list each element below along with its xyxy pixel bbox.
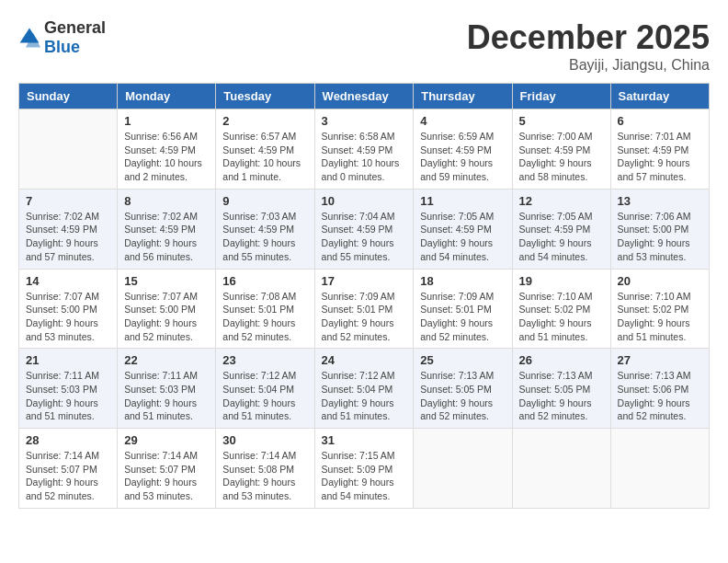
logo-text-blue: Blue xyxy=(44,38,80,56)
day-info: Sunrise: 7:14 AM Sunset: 5:07 PM Dayligh… xyxy=(26,449,110,503)
day-number: 12 xyxy=(519,194,604,208)
logo-icon xyxy=(18,27,40,49)
day-number: 29 xyxy=(124,433,209,447)
calendar-cell: 27Sunrise: 7:13 AM Sunset: 5:06 PM Dayli… xyxy=(610,349,709,429)
calendar-week-row: 28Sunrise: 7:14 AM Sunset: 5:07 PM Dayli… xyxy=(19,429,710,509)
day-header-sunday: Sunday xyxy=(19,84,118,109)
day-info: Sunrise: 6:57 AM Sunset: 4:59 PM Dayligh… xyxy=(222,130,307,184)
day-info: Sunrise: 7:15 AM Sunset: 5:09 PM Dayligh… xyxy=(322,449,407,503)
calendar-cell: 12Sunrise: 7:05 AM Sunset: 4:59 PM Dayli… xyxy=(512,189,610,269)
day-number: 11 xyxy=(420,194,505,208)
calendar-cell: 4Sunrise: 6:59 AM Sunset: 4:59 PM Daylig… xyxy=(414,109,512,190)
calendar-cell: 31Sunrise: 7:15 AM Sunset: 5:09 PM Dayli… xyxy=(314,429,414,509)
day-number: 17 xyxy=(322,274,407,288)
calendar-cell: 17Sunrise: 7:09 AM Sunset: 5:01 PM Dayli… xyxy=(314,269,414,349)
calendar-cell xyxy=(610,429,709,509)
calendar-cell: 5Sunrise: 7:00 AM Sunset: 4:59 PM Daylig… xyxy=(512,109,610,190)
calendar-cell: 26Sunrise: 7:13 AM Sunset: 5:05 PM Dayli… xyxy=(512,349,610,429)
calendar-cell: 13Sunrise: 7:06 AM Sunset: 5:00 PM Dayli… xyxy=(610,189,709,269)
day-number: 16 xyxy=(222,274,307,288)
day-number: 5 xyxy=(519,114,604,128)
calendar-cell: 21Sunrise: 7:11 AM Sunset: 5:03 PM Dayli… xyxy=(19,349,118,429)
calendar-cell: 6Sunrise: 7:01 AM Sunset: 4:59 PM Daylig… xyxy=(610,109,709,190)
calendar-cell: 16Sunrise: 7:08 AM Sunset: 5:01 PM Dayli… xyxy=(216,269,314,349)
day-header-monday: Monday xyxy=(118,84,216,109)
day-number: 15 xyxy=(124,274,209,288)
day-info: Sunrise: 7:13 AM Sunset: 5:05 PM Dayligh… xyxy=(420,369,505,423)
day-info: Sunrise: 7:04 AM Sunset: 4:59 PM Dayligh… xyxy=(322,210,407,264)
day-info: Sunrise: 7:06 AM Sunset: 5:00 PM Dayligh… xyxy=(618,210,702,264)
day-number: 13 xyxy=(618,194,702,208)
day-header-thursday: Thursday xyxy=(414,84,512,109)
calendar-cell: 30Sunrise: 7:14 AM Sunset: 5:08 PM Dayli… xyxy=(216,429,314,509)
day-number: 14 xyxy=(26,274,110,288)
day-number: 1 xyxy=(124,114,209,128)
title-area: December 2025 Bayiji, Jiangsu, China xyxy=(467,18,710,74)
day-info: Sunrise: 7:08 AM Sunset: 5:01 PM Dayligh… xyxy=(222,290,307,344)
day-header-wednesday: Wednesday xyxy=(314,84,414,109)
day-info: Sunrise: 7:13 AM Sunset: 5:06 PM Dayligh… xyxy=(618,369,702,423)
day-number: 4 xyxy=(420,114,505,128)
day-info: Sunrise: 7:11 AM Sunset: 5:03 PM Dayligh… xyxy=(124,369,209,423)
logo: General Blue xyxy=(18,18,106,57)
day-info: Sunrise: 6:58 AM Sunset: 4:59 PM Dayligh… xyxy=(322,130,407,184)
day-header-tuesday: Tuesday xyxy=(216,84,314,109)
day-number: 6 xyxy=(618,114,702,128)
calendar-cell xyxy=(512,429,610,509)
day-header-saturday: Saturday xyxy=(610,84,709,109)
calendar-cell: 23Sunrise: 7:12 AM Sunset: 5:04 PM Dayli… xyxy=(216,349,314,429)
day-info: Sunrise: 7:07 AM Sunset: 5:00 PM Dayligh… xyxy=(26,290,110,344)
calendar-cell: 25Sunrise: 7:13 AM Sunset: 5:05 PM Dayli… xyxy=(414,349,512,429)
calendar-cell: 19Sunrise: 7:10 AM Sunset: 5:02 PM Dayli… xyxy=(512,269,610,349)
day-number: 9 xyxy=(222,194,307,208)
day-number: 10 xyxy=(322,194,407,208)
day-number: 21 xyxy=(26,353,110,367)
day-info: Sunrise: 7:12 AM Sunset: 5:04 PM Dayligh… xyxy=(322,369,407,423)
logo-text-general: General xyxy=(44,18,106,37)
calendar-cell: 10Sunrise: 7:04 AM Sunset: 4:59 PM Dayli… xyxy=(314,189,414,269)
day-number: 24 xyxy=(322,353,407,367)
calendar-cell: 24Sunrise: 7:12 AM Sunset: 5:04 PM Dayli… xyxy=(314,349,414,429)
day-info: Sunrise: 7:09 AM Sunset: 5:01 PM Dayligh… xyxy=(322,290,407,344)
calendar-cell: 28Sunrise: 7:14 AM Sunset: 5:07 PM Dayli… xyxy=(19,429,118,509)
day-info: Sunrise: 7:10 AM Sunset: 5:02 PM Dayligh… xyxy=(519,290,604,344)
day-number: 2 xyxy=(222,114,307,128)
day-number: 22 xyxy=(124,353,209,367)
calendar-week-row: 14Sunrise: 7:07 AM Sunset: 5:00 PM Dayli… xyxy=(19,269,710,349)
header: General Blue December 2025 Bayiji, Jiang… xyxy=(18,18,710,74)
day-info: Sunrise: 7:13 AM Sunset: 5:05 PM Dayligh… xyxy=(519,369,604,423)
calendar-cell: 1Sunrise: 6:56 AM Sunset: 4:59 PM Daylig… xyxy=(118,109,216,190)
calendar-cell: 22Sunrise: 7:11 AM Sunset: 5:03 PM Dayli… xyxy=(118,349,216,429)
day-number: 27 xyxy=(618,353,702,367)
day-number: 30 xyxy=(222,433,307,447)
day-info: Sunrise: 7:01 AM Sunset: 4:59 PM Dayligh… xyxy=(618,130,702,184)
calendar-cell: 29Sunrise: 7:14 AM Sunset: 5:07 PM Dayli… xyxy=(118,429,216,509)
day-header-friday: Friday xyxy=(512,84,610,109)
day-number: 20 xyxy=(618,274,702,288)
calendar-cell: 11Sunrise: 7:05 AM Sunset: 4:59 PM Dayli… xyxy=(414,189,512,269)
calendar-cell xyxy=(19,109,118,190)
day-number: 3 xyxy=(322,114,407,128)
calendar-cell: 3Sunrise: 6:58 AM Sunset: 4:59 PM Daylig… xyxy=(314,109,414,190)
day-info: Sunrise: 7:02 AM Sunset: 4:59 PM Dayligh… xyxy=(124,210,209,264)
day-info: Sunrise: 7:02 AM Sunset: 4:59 PM Dayligh… xyxy=(26,210,110,264)
day-number: 25 xyxy=(420,353,505,367)
month-title: December 2025 xyxy=(467,18,710,57)
calendar-cell: 9Sunrise: 7:03 AM Sunset: 4:59 PM Daylig… xyxy=(216,189,314,269)
day-number: 18 xyxy=(420,274,505,288)
day-info: Sunrise: 7:14 AM Sunset: 5:07 PM Dayligh… xyxy=(124,449,209,503)
calendar-cell: 8Sunrise: 7:02 AM Sunset: 4:59 PM Daylig… xyxy=(118,189,216,269)
day-info: Sunrise: 6:56 AM Sunset: 4:59 PM Dayligh… xyxy=(124,130,209,184)
day-number: 19 xyxy=(519,274,604,288)
calendar: SundayMondayTuesdayWednesdayThursdayFrid… xyxy=(18,83,710,509)
day-number: 7 xyxy=(26,194,110,208)
day-number: 31 xyxy=(322,433,407,447)
calendar-cell: 14Sunrise: 7:07 AM Sunset: 5:00 PM Dayli… xyxy=(19,269,118,349)
day-info: Sunrise: 7:11 AM Sunset: 5:03 PM Dayligh… xyxy=(26,369,110,423)
day-info: Sunrise: 7:05 AM Sunset: 4:59 PM Dayligh… xyxy=(519,210,604,264)
day-number: 8 xyxy=(124,194,209,208)
day-number: 28 xyxy=(26,433,110,447)
day-info: Sunrise: 7:05 AM Sunset: 4:59 PM Dayligh… xyxy=(420,210,505,264)
day-info: Sunrise: 7:03 AM Sunset: 4:59 PM Dayligh… xyxy=(222,210,307,264)
calendar-cell: 7Sunrise: 7:02 AM Sunset: 4:59 PM Daylig… xyxy=(19,189,118,269)
